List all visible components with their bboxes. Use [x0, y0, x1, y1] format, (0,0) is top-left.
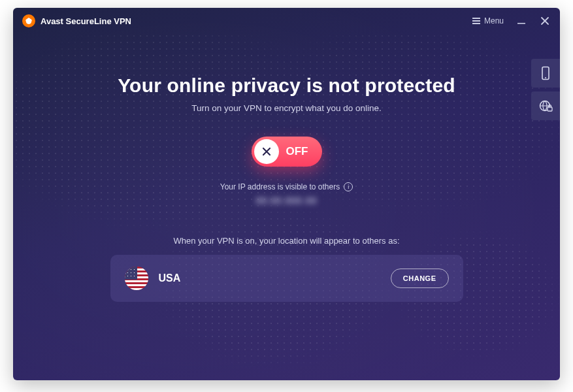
side-tab-network[interactable]: [531, 91, 560, 120]
svg-rect-0: [517, 23, 525, 24]
side-tabs: [531, 59, 560, 124]
toggle-knob: [254, 139, 279, 164]
location-card: USA CHANGE: [110, 255, 463, 302]
page-subheading: Turn on your VPN to encrypt what you do …: [13, 103, 560, 113]
ip-address-obscured: 88.88.888.88: [13, 195, 560, 206]
page-heading: Your online privacy is not protected: [13, 74, 560, 97]
change-location-button[interactable]: CHANGE: [391, 269, 449, 288]
hamburger-icon: [472, 20, 480, 22]
minimize-button[interactable]: [516, 15, 527, 27]
title-bar: Avast SecureLine VPN Menu: [13, 8, 560, 34]
info-icon[interactable]: i: [344, 182, 353, 191]
vpn-toggle[interactable]: OFF: [252, 137, 322, 167]
app-title: Avast SecureLine VPN: [41, 16, 131, 26]
svg-rect-4: [548, 107, 552, 111]
close-button[interactable]: [539, 15, 551, 27]
location-country: USA: [159, 272, 181, 284]
menu-button[interactable]: Menu: [472, 16, 504, 25]
minimize-icon: [517, 16, 526, 25]
side-tab-devices[interactable]: [531, 59, 560, 88]
toggle-state-label: OFF: [279, 145, 319, 158]
ip-visible-label: Your IP address is visible to others: [220, 182, 340, 191]
close-icon: [540, 16, 549, 25]
app-window: Avast SecureLine VPN Menu: [13, 8, 560, 380]
menu-label: Menu: [484, 16, 504, 25]
svg-point-2: [545, 77, 546, 78]
location-note: When your VPN is on, your location will …: [13, 236, 560, 246]
globe-lock-icon: [538, 99, 553, 113]
x-icon: [261, 146, 272, 157]
main-content: Your online privacy is not protected Tur…: [13, 34, 560, 302]
usa-flag-icon: [125, 267, 148, 290]
phone-icon: [540, 66, 551, 80]
avast-logo-icon: [22, 14, 35, 27]
